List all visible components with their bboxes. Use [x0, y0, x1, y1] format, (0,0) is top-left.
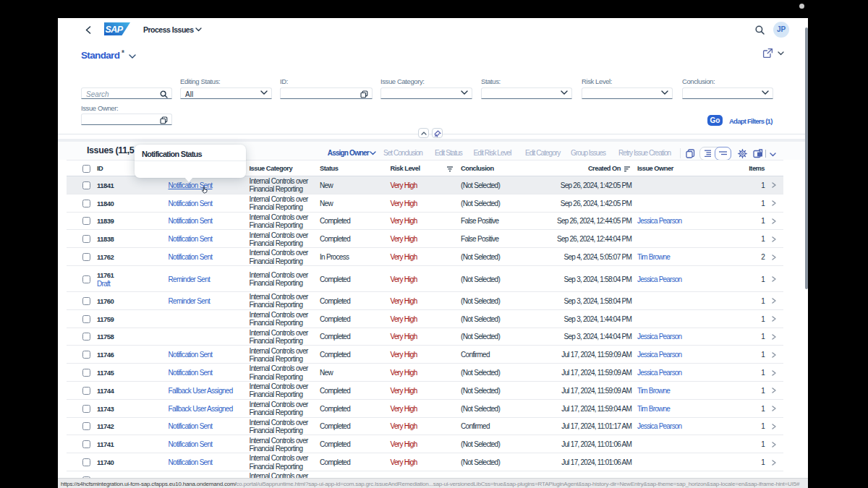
svg-text:SAP: SAP [106, 25, 124, 35]
